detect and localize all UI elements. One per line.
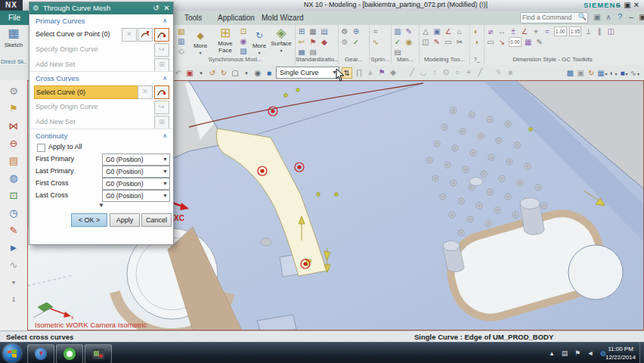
more-options-toggle[interactable]: ▼ bbox=[29, 202, 173, 211]
tolerance-icon[interactable]: ± bbox=[509, 26, 518, 36]
intersection-stop-icon[interactable]: ⇅ bbox=[342, 67, 352, 79]
frame-icon[interactable]: ◫ bbox=[606, 26, 615, 36]
datum-icon[interactable]: ⊞ bbox=[297, 26, 306, 36]
trim-icon[interactable]: ▤ bbox=[320, 26, 329, 36]
selection-scope-dropdown[interactable]: Single Curve▼ bbox=[276, 67, 339, 79]
cone-icon[interactable]: ▲ bbox=[366, 67, 375, 77]
minimize-icon[interactable]: – bbox=[614, 0, 623, 10]
move-face-button[interactable]: ⊞ Move Face bbox=[213, 26, 237, 54]
rect-icon[interactable]: ▭ bbox=[486, 37, 495, 47]
curve-select-icon[interactable] bbox=[154, 85, 169, 99]
shaded-view-icon[interactable]: ◐▾ bbox=[609, 68, 618, 78]
add-set-icon[interactable]: ⊞ bbox=[154, 58, 169, 72]
refresh-view-icon[interactable]: ↻ bbox=[587, 68, 596, 78]
tab-tools[interactable]: Tools bbox=[180, 11, 206, 25]
more-button-2[interactable]: ↻ More▾ bbox=[249, 28, 269, 56]
history-icon[interactable]: ◷ bbox=[7, 207, 20, 219]
offset-region-icon[interactable]: ▧ bbox=[177, 26, 186, 36]
manual-icon[interactable]: ▥ bbox=[393, 26, 402, 36]
target-dim-icon[interactable]: ⌖ bbox=[531, 26, 540, 36]
snap-line-icon[interactable]: ╱ bbox=[407, 67, 416, 77]
roles-gear-icon[interactable]: ⚙ bbox=[7, 85, 20, 98]
dialog-title-bar[interactable]: ⚙ Through Curve Mesh ↺ ✕ bbox=[29, 2, 173, 14]
first-primary-dropdown[interactable]: G0 (Position)▼ bbox=[102, 154, 170, 166]
origin-curve-icon[interactable]: ↪ bbox=[154, 43, 169, 57]
dim-000-icon[interactable]: 0.00 bbox=[509, 37, 522, 47]
more-button-1[interactable]: ◆ More▾ bbox=[190, 28, 210, 56]
coil-icon[interactable]: ∿ bbox=[371, 37, 380, 47]
gear-pair-icon[interactable]: ⊕ bbox=[351, 26, 361, 36]
palette-icon[interactable]: ✎ bbox=[7, 225, 20, 237]
maximize-icon[interactable]: ▣ bbox=[623, 0, 632, 10]
show-desktop-button[interactable] bbox=[639, 343, 644, 363]
spring-icon[interactable]: ≈ bbox=[371, 26, 380, 36]
photo-view-icon[interactable]: ▩ bbox=[565, 68, 574, 78]
draw-icon[interactable]: ✎ bbox=[432, 37, 441, 47]
tab-mold-wizard[interactable]: Mold Wizard bbox=[257, 11, 308, 25]
sphere-icon[interactable]: ◉ bbox=[253, 68, 262, 78]
first-cross-dropdown[interactable]: G0 (Position)▼ bbox=[102, 178, 170, 190]
flag-icon[interactable]: ⚑ bbox=[308, 37, 317, 47]
start-button[interactable] bbox=[3, 344, 21, 362]
internet-icon[interactable]: ◍ bbox=[7, 172, 20, 185]
window-icon[interactable]: ▣ bbox=[593, 12, 602, 22]
ok-icon[interactable]: ✓ bbox=[393, 37, 402, 47]
last-primary-dropdown[interactable]: G0 (Position)▼ bbox=[102, 166, 170, 178]
last-cross-dropdown[interactable]: G0 (Position)▼ bbox=[102, 190, 170, 202]
pen-icon[interactable]: ✎ bbox=[404, 26, 413, 36]
cube-view-icon[interactable]: ■▾ bbox=[620, 68, 629, 78]
deselect-icon[interactable]: ✕ bbox=[122, 28, 137, 42]
copy-face-icon[interactable]: ◉ bbox=[239, 36, 248, 46]
rotate-cw-icon[interactable]: ↻ bbox=[219, 68, 228, 78]
show-hidden-icon[interactable]: ▴ bbox=[547, 349, 556, 358]
curve-select-icon[interactable] bbox=[154, 28, 169, 42]
dim-100-icon[interactable]: 1.00 bbox=[554, 26, 567, 36]
sketch-pale-icon[interactable]: ✎ bbox=[494, 67, 503, 77]
surface-button[interactable]: ◈ Surface▾ bbox=[269, 26, 293, 54]
cube-icon[interactable]: ■ bbox=[265, 68, 274, 78]
gem-icon[interactable]: ◆ bbox=[389, 67, 398, 77]
half2-icon[interactable]: ◑ bbox=[472, 37, 481, 47]
find-command-input[interactable] bbox=[521, 14, 577, 22]
minimize-icon[interactable]: – bbox=[627, 12, 636, 22]
apply-button[interactable]: Apply bbox=[110, 213, 140, 227]
two-curves-icon[interactable]: ∏ bbox=[355, 67, 364, 77]
diameter-icon[interactable]: ⌀ bbox=[486, 26, 495, 36]
pattern-icon[interactable]: ▦ bbox=[308, 26, 317, 36]
origin-curve-icon[interactable]: ↪ bbox=[154, 101, 169, 114]
stamp-icon[interactable]: ◫ bbox=[421, 37, 430, 47]
flag-icon[interactable]: ⚑ bbox=[573, 349, 582, 358]
reset-icon[interactable]: ↺ bbox=[151, 2, 161, 14]
gear-small-icon[interactable]: ⚙ bbox=[340, 37, 349, 47]
speaker-icon[interactable]: ◄ bbox=[586, 349, 595, 358]
sketch-button[interactable]: ▦ Sketch bbox=[1, 26, 26, 55]
apply-to-all-checkbox[interactable] bbox=[37, 144, 45, 152]
section-header[interactable]: Primary Curves∧ bbox=[29, 14, 173, 27]
tab-application[interactable]: Application bbox=[213, 11, 259, 25]
resize-face-icon[interactable]: ◇ bbox=[177, 46, 186, 56]
part-navigator-icon[interactable]: ▤ bbox=[7, 155, 20, 167]
snap-mid-icon[interactable]: ╱ bbox=[475, 67, 485, 77]
marquee-dd-icon[interactable]: ▾ bbox=[242, 68, 251, 78]
snap-circle-icon[interactable]: ○ bbox=[453, 67, 462, 77]
house-icon[interactable]: ⌂ bbox=[455, 26, 464, 36]
check-icon[interactable]: ✓ bbox=[351, 37, 361, 47]
gear-icon[interactable]: ⚙ bbox=[340, 26, 349, 36]
ok-button[interactable]: < OK > bbox=[71, 213, 107, 227]
snap-point-icon[interactable]: ▣ bbox=[185, 68, 194, 78]
point-constructor-icon[interactable]: ⚑ bbox=[377, 67, 386, 77]
select-curve-highlight[interactable]: Select Curve (0) bbox=[34, 85, 141, 99]
add-set-icon[interactable]: ⊞ bbox=[154, 116, 169, 129]
knife-icon[interactable]: ✂ bbox=[455, 37, 464, 47]
taskbar-app-coccoc[interactable] bbox=[56, 344, 83, 363]
snap-end-icon[interactable]: ↑ bbox=[430, 67, 439, 77]
pin-icon[interactable]: ↧ bbox=[7, 294, 20, 306]
approx-icon[interactable]: ≈ bbox=[543, 26, 552, 36]
help-icon[interactable]: ? bbox=[615, 12, 624, 22]
minimize-ribbon-icon[interactable]: ∧ bbox=[604, 12, 613, 22]
angle-icon[interactable]: ∠ bbox=[444, 26, 453, 36]
snap-arc-icon[interactable]: ◡ bbox=[419, 67, 428, 77]
delete-face-icon[interactable]: ⊡ bbox=[239, 26, 248, 36]
doc-icon[interactable]: ▤ bbox=[393, 48, 402, 55]
network-icon[interactable]: ▤ bbox=[560, 349, 569, 358]
